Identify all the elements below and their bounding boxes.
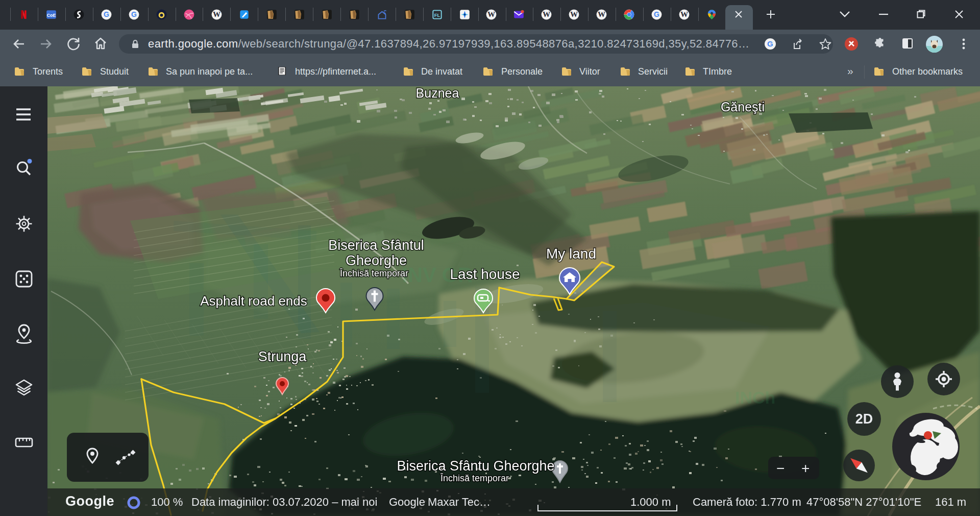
svg-text:Asphalt road ends: Asphalt road ends (200, 293, 307, 309)
svg-text:Biserica Sfântul: Biserica Sfântul (328, 238, 424, 253)
svg-text:Găneşti: Găneşti (721, 100, 765, 114)
svg-text:FL: FL (434, 13, 440, 18)
svg-text:G: G (131, 10, 137, 18)
svg-text:W: W (680, 10, 688, 18)
svg-text:W: W (570, 10, 578, 18)
svg-text:Închisă temporar: Închisă temporar (440, 473, 509, 483)
svg-text:Strunga: Strunga (258, 349, 307, 364)
svg-text:Buznea: Buznea (416, 86, 459, 100)
svg-text:G: G (654, 10, 659, 18)
svg-text:Biserica Sfântu Gheorghe: Biserica Sfântu Gheorghe (397, 458, 554, 474)
svg-text:Last house: Last house (450, 266, 520, 282)
svg-text:W: W (487, 10, 495, 18)
svg-text:My land: My land (546, 246, 596, 262)
svg-text:W: W (598, 10, 605, 18)
svg-text:G: G (104, 10, 109, 18)
svg-text:W: W (543, 10, 550, 18)
svg-text:INCh: INCh (735, 388, 775, 407)
svg-text:G: G (767, 39, 773, 48)
svg-text:Închisă temporar: Închisă temporar (339, 268, 408, 278)
svg-text:W: W (213, 10, 220, 18)
svg-text:CoE: CoE (47, 13, 56, 18)
svg-text:Gheorghe: Gheorghe (346, 253, 407, 268)
